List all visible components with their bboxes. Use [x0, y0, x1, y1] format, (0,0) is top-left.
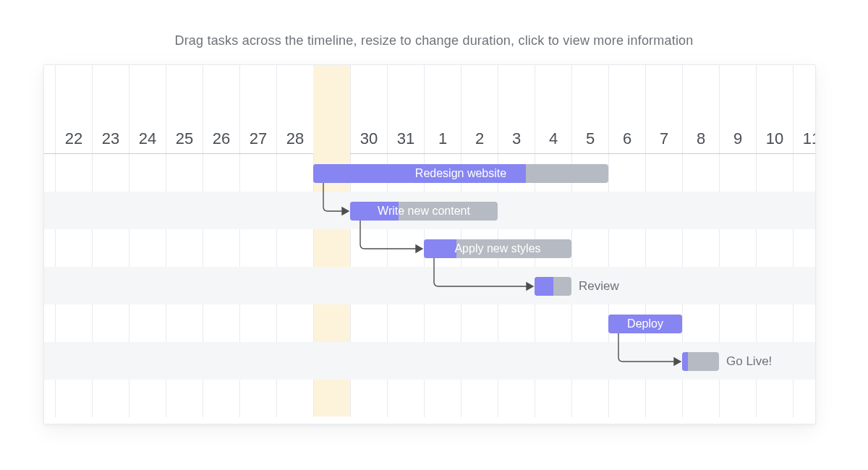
- gantt-body[interactable]: Redesign websiteWrite new contentApply n…: [44, 154, 815, 417]
- date-cell: 11: [793, 124, 815, 153]
- task-bar[interactable]: [682, 352, 719, 371]
- date-cell: 25: [166, 124, 203, 153]
- date-cell: 3: [498, 124, 535, 153]
- date-cell: 8: [682, 124, 719, 153]
- gantt-panel: 222324252627282930311234567891011121314 …: [43, 64, 816, 424]
- task-bar[interactable]: [535, 277, 571, 296]
- date-cell: 28: [276, 124, 313, 153]
- gantt-scroll-area[interactable]: 222324252627282930311234567891011121314 …: [44, 65, 815, 424]
- date-cell: 24: [129, 124, 166, 153]
- task-progress: [682, 352, 688, 371]
- task-progress: [350, 202, 399, 221]
- gantt-row: [44, 267, 815, 304]
- task-progress: [535, 277, 553, 296]
- date-cell: 29: [313, 124, 350, 153]
- gantt-row: [44, 304, 815, 342]
- task-bar[interactable]: Write new content: [350, 202, 498, 221]
- date-cell: 5: [571, 124, 608, 153]
- task-label: Go Live!: [719, 352, 772, 371]
- timeline-date-row: 222324252627282930311234567891011121314: [44, 124, 815, 154]
- date-cell: 23: [92, 124, 129, 153]
- task-label: Review: [571, 277, 619, 296]
- date-cell: 4: [535, 124, 571, 153]
- date-cell: 30: [350, 124, 387, 153]
- date-cell: 6: [608, 124, 645, 153]
- gantt-row: [44, 380, 815, 417]
- date-cell: 31: [387, 124, 424, 153]
- date-cell: 26: [203, 124, 239, 153]
- task-progress: [313, 164, 526, 183]
- date-cell: 22: [55, 124, 92, 153]
- date-cell: 27: [239, 124, 276, 153]
- task-progress: [608, 315, 682, 333]
- task-bar[interactable]: Deploy: [608, 315, 682, 333]
- task-bar[interactable]: Redesign website: [313, 164, 608, 183]
- date-cell: 9: [719, 124, 756, 153]
- instruction-text: Drag tasks across the timeline, resize t…: [0, 0, 868, 64]
- header-spacer: [44, 65, 815, 124]
- task-progress: [424, 239, 456, 258]
- task-bar[interactable]: Apply new styles: [424, 239, 571, 258]
- date-cell: 10: [756, 124, 793, 153]
- date-cell: 1: [424, 124, 461, 153]
- date-cell: 2: [461, 124, 498, 153]
- date-cell: 7: [645, 124, 682, 153]
